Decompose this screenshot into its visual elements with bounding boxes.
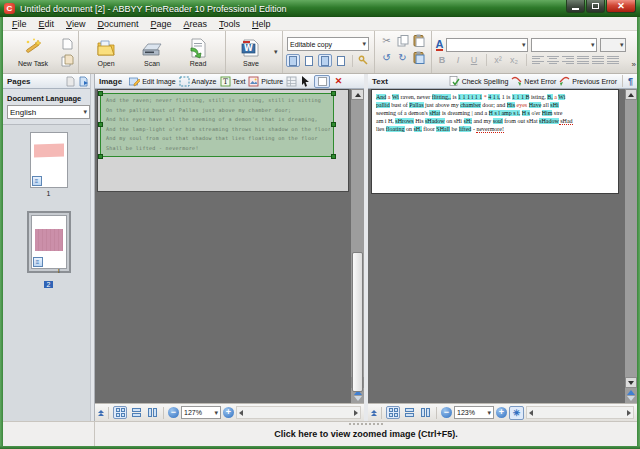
zoom-pane-button[interactable]: Click here to view zoomed image (Ctrl+F5… xyxy=(95,422,637,446)
page-properties-icon[interactable] xyxy=(65,76,76,87)
scrollbar-thumb[interactable] xyxy=(352,252,363,392)
panel-collapse-arrows[interactable] xyxy=(627,388,635,403)
menu-areas[interactable]: Areas xyxy=(177,18,213,30)
options-wrench-icon[interactable] xyxy=(357,54,370,67)
indent-icon[interactable] xyxy=(607,56,619,65)
cut-icon[interactable]: ✂ xyxy=(382,35,390,46)
view-grid-button[interactable] xyxy=(113,406,127,419)
subscript-button[interactable]: x₂ xyxy=(508,55,521,65)
font-style-select[interactable]: ▾ xyxy=(600,38,626,52)
scroll-up-button[interactable] xyxy=(351,89,364,100)
scroll-left-icon[interactable] xyxy=(239,410,243,416)
title-bar[interactable]: C Untitled document [2] - ABBYY FineRead… xyxy=(0,0,640,17)
previous-error-button[interactable]: Previous Error xyxy=(559,76,617,87)
text-area-button[interactable]: T Text xyxy=(220,76,246,87)
document-language-select[interactable]: English ▾ xyxy=(7,105,90,119)
copy-icon[interactable] xyxy=(397,35,409,47)
text-zoom-select[interactable]: 123% ▾ xyxy=(454,406,494,419)
text-area-selection[interactable]: And the raven; never flitting, still is … xyxy=(100,93,334,157)
font-color-icon[interactable]: A xyxy=(436,39,444,51)
analyze-button[interactable]: Analyze xyxy=(179,76,217,87)
save-dropdown-caret[interactable]: ▾ xyxy=(274,48,278,56)
menu-document[interactable]: Document xyxy=(91,18,144,30)
align-right-icon[interactable] xyxy=(562,56,574,65)
align-justify-icon[interactable] xyxy=(577,56,589,65)
minimize-button[interactable] xyxy=(566,0,585,13)
selection-handle[interactable] xyxy=(98,91,103,96)
maximize-button[interactable] xyxy=(586,0,605,13)
collapse-toolbar-icon[interactable] xyxy=(371,410,377,416)
selection-handle[interactable] xyxy=(331,122,336,127)
layout-image-toggle[interactable] xyxy=(302,54,316,67)
paste-special-icon[interactable] xyxy=(413,51,425,64)
view-vsplit-button[interactable] xyxy=(145,406,159,419)
collapse-toolbar-icon[interactable] xyxy=(98,410,104,416)
text-vertical-scrollbar[interactable] xyxy=(625,89,637,403)
font-size-select[interactable]: ▾ xyxy=(531,38,597,52)
copy-page-icon[interactable] xyxy=(61,54,74,67)
align-left-icon[interactable] xyxy=(532,56,544,65)
underline-button[interactable]: U xyxy=(468,55,481,65)
read-button[interactable]: Read xyxy=(175,32,221,72)
table-area-icon[interactable] xyxy=(286,76,297,87)
layout-split-toggle[interactable] xyxy=(318,54,332,67)
thumbnail-page-2[interactable]: ≡ 2 xyxy=(27,197,71,291)
line-spacing-icon[interactable] xyxy=(592,56,604,65)
selection-handle[interactable] xyxy=(98,122,103,127)
selection-handle[interactable] xyxy=(98,154,103,159)
view-hsplit-button[interactable] xyxy=(129,406,143,419)
profile-select[interactable]: Editable copy ▾ xyxy=(287,37,369,51)
view-vsplit-button[interactable] xyxy=(418,406,432,419)
scanned-page[interactable]: And the raven; never flitting, still is … xyxy=(97,89,349,192)
fit-width-button[interactable]: ✳ xyxy=(509,406,524,420)
align-center-icon[interactable] xyxy=(547,56,559,65)
font-name-select[interactable]: ▾ xyxy=(446,38,528,52)
zoom-in-button[interactable]: + xyxy=(223,407,234,418)
scan-button[interactable]: Scan xyxy=(129,32,175,72)
open-page-icon[interactable] xyxy=(79,76,90,87)
image-view[interactable]: And the raven; never flitting, still is … xyxy=(95,89,364,403)
menu-help[interactable]: Help xyxy=(246,18,277,30)
next-error-button[interactable]: Next Error xyxy=(511,76,556,87)
background-tool-button[interactable] xyxy=(314,75,330,88)
selection-handle[interactable] xyxy=(331,154,336,159)
menu-tools[interactable]: Tools xyxy=(213,18,246,30)
thumbnail-page-1[interactable]: ≡ 1 xyxy=(30,132,68,197)
menu-view[interactable]: View xyxy=(60,18,91,30)
text-view[interactable]: And a Wi raven, never flitting,, is 1 1 … xyxy=(368,89,637,403)
edit-image-button[interactable]: Edit Image xyxy=(129,76,175,87)
scroll-down-button[interactable] xyxy=(625,377,637,388)
layout-text-toggle[interactable] xyxy=(334,54,348,67)
zoom-out-button[interactable]: − xyxy=(441,407,452,418)
recognized-text-page[interactable]: And a Wi raven, never flitting,, is 1 1 … xyxy=(371,89,619,194)
picture-area-button[interactable]: Picture xyxy=(248,76,283,87)
delete-area-button[interactable]: ✕ xyxy=(333,76,344,87)
image-zoom-select[interactable]: 127% ▾ xyxy=(181,406,221,419)
pages-splitter[interactable] xyxy=(90,74,94,421)
menu-edit[interactable]: Edit xyxy=(33,18,61,30)
image-horizontal-scrollbar[interactable] xyxy=(236,406,361,419)
view-grid-button[interactable] xyxy=(386,406,400,419)
superscript-button[interactable]: x² xyxy=(492,55,505,65)
check-spelling-button[interactable]: Check Spelling xyxy=(449,76,509,87)
select-tool-icon[interactable] xyxy=(300,76,311,87)
add-page-icon[interactable] xyxy=(61,38,74,51)
close-button[interactable]: ✕ xyxy=(606,0,636,13)
open-button[interactable]: Open xyxy=(83,32,129,72)
scroll-left-icon[interactable] xyxy=(529,410,533,416)
text-horizontal-scrollbar[interactable] xyxy=(526,406,634,419)
redo-icon[interactable]: ↻ xyxy=(398,52,406,63)
view-hsplit-button[interactable] xyxy=(402,406,416,419)
image-vertical-scrollbar[interactable] xyxy=(351,89,364,403)
undo-icon[interactable]: ↺ xyxy=(382,52,390,63)
selection-handle[interactable] xyxy=(331,91,336,96)
save-button[interactable]: W Save xyxy=(230,32,272,72)
zoom-in-button[interactable]: + xyxy=(496,407,507,418)
scroll-right-icon[interactable] xyxy=(627,410,631,416)
paste-icon[interactable] xyxy=(413,34,425,47)
menu-file[interactable]: File xyxy=(6,18,33,30)
scroll-up-button[interactable] xyxy=(625,89,637,100)
scroll-right-icon[interactable] xyxy=(354,410,358,416)
splitter-grip[interactable] xyxy=(349,423,383,425)
formatting-marks-button[interactable]: ¶ xyxy=(628,76,633,86)
